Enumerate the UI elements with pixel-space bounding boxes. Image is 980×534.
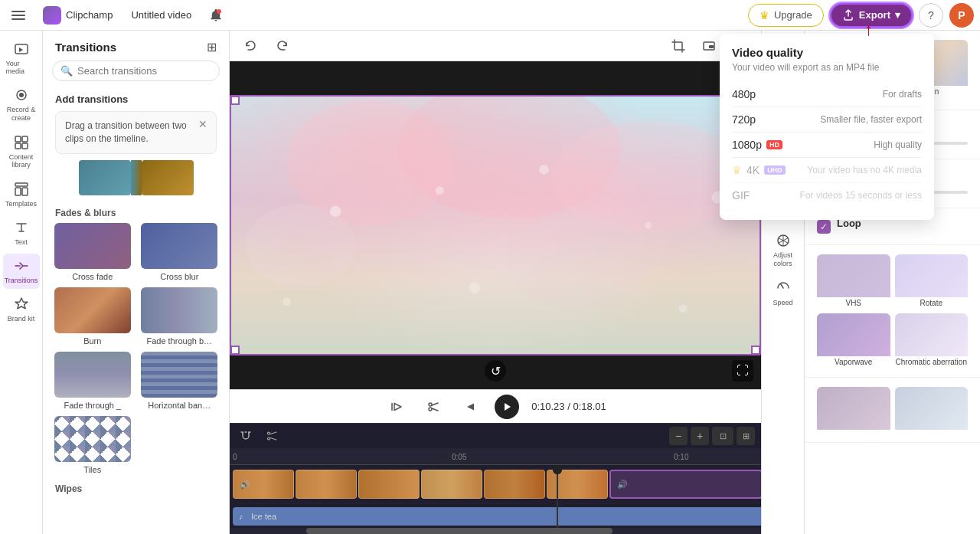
add-transitions-label: Add transitions [55, 93, 217, 105]
sidebar-item-record[interactable]: Record &create [3, 83, 40, 127]
ruler-mark-0: 0 [233, 453, 237, 461]
add-transitions-section: Add transitions Drag a transition betwee… [43, 90, 229, 205]
menu-button[interactable] [6, 3, 31, 28]
timeline-magnet-button[interactable] [236, 426, 256, 446]
transition-fade-through[interactable]: Fade through _ [52, 352, 133, 410]
upgrade-button[interactable]: ♛ Upgrade [748, 4, 824, 27]
timeline-scrollbar[interactable] [230, 528, 761, 534]
fades-blurs-grid: Cross fade Cross blur Burn Fade through … [43, 223, 229, 480]
burn-label: Burn [83, 336, 101, 346]
sidebar-item-content-library[interactable]: Contentlibrary [3, 130, 40, 175]
corner-handle-bl[interactable] [230, 346, 240, 355]
export-dropdown-title: Video quality [732, 46, 922, 59]
reload-button[interactable]: ↺ [485, 360, 506, 382]
transitions-scroll[interactable]: Add transitions Drag a transition betwee… [43, 90, 229, 534]
sidebar-item-templates[interactable]: Templates [3, 177, 40, 212]
transitions-expand-button[interactable]: ⊞ [207, 40, 217, 54]
corner-handle-br[interactable] [751, 346, 760, 355]
right-panel-adjust-colors[interactable]: Adjustcolors [765, 228, 802, 273]
corner-handle-tl[interactable] [230, 96, 240, 105]
transition-tiles[interactable]: Tiles [52, 416, 133, 474]
timeline-scissors-button[interactable] [262, 426, 282, 446]
transition-hard-wipe-up[interactable]: Hard wipe up [139, 499, 220, 534]
snippet-button[interactable] [384, 395, 409, 419]
app-logo[interactable]: Clipchamp [37, 3, 119, 28]
quality-480p-name: 480p [732, 88, 756, 100]
music-icon: ♪ [239, 512, 243, 521]
quality-4k[interactable]: ♛ 4K UHD Your video has no 4K media [732, 158, 922, 183]
transition-cross-fade[interactable]: Cross fade [52, 223, 133, 281]
crop-button[interactable] [666, 34, 691, 58]
effect-card-chromatic[interactable]: Chromatic aberration [895, 313, 969, 368]
scrollbar-thumb[interactable] [306, 528, 612, 534]
wipes-grid: Hard wipe down Hard wipe up Hard wipe le… [43, 499, 229, 534]
video-clip-selected[interactable]: 🔊 [609, 470, 761, 499]
hd-badge: HD [766, 140, 782, 149]
sidebar-item-label: Text [15, 238, 28, 246]
effect-card-vaporwave[interactable]: Vaporwave [817, 313, 890, 368]
quality-gif[interactable]: GIF For videos 15 seconds or less [732, 183, 922, 208]
timeline-tracks: 🔊 🔊 ♪ [230, 465, 761, 528]
svg-point-6 [19, 93, 24, 97]
fade-t-label: Fade through _ [64, 401, 121, 410]
video-clip-2[interactable] [296, 470, 357, 499]
zoom-out-button[interactable]: − [669, 427, 688, 445]
hard-wipe-up-thumb [141, 499, 217, 534]
fullscreen-button[interactable]: ⛶ [732, 360, 753, 382]
skip-back-button[interactable] [458, 395, 482, 419]
video-clip-4[interactable] [421, 470, 482, 499]
svg-point-28 [645, 221, 652, 228]
rotate-thumb [895, 254, 969, 297]
preview-toolbar [230, 31, 761, 61]
grid-view-button[interactable]: ⊞ [737, 427, 755, 445]
pip-button[interactable] [697, 34, 721, 58]
video-clip-5[interactable] [484, 470, 545, 499]
notification-button[interactable] [204, 3, 228, 28]
quality-720p[interactable]: 720p Smaller file, faster export [732, 107, 922, 133]
scissors-button[interactable] [421, 395, 446, 419]
quality-1080p[interactable]: 1080p HD High quality [732, 133, 922, 158]
zoom-in-button[interactable]: + [691, 427, 709, 445]
sidebar-item-text[interactable]: Text [3, 215, 40, 251]
undo-button[interactable] [239, 34, 263, 58]
transition-fade-through-b[interactable]: Fade through b… [139, 287, 220, 346]
effect-card-vhs[interactable]: VHS [817, 254, 890, 309]
document-title[interactable]: Untitled video [125, 6, 198, 24]
transitions-title: Transitions [55, 41, 116, 54]
preview-clips [55, 160, 217, 195]
help-label: ? [928, 9, 934, 21]
loop-checkbox[interactable]: ✓ [817, 220, 831, 234]
help-button[interactable]: ? [919, 3, 943, 28]
transition-horiz-ban[interactable]: Horizontal ban… [139, 352, 220, 410]
cross-fade-label: Cross fade [72, 272, 113, 281]
playhead-handle[interactable] [553, 465, 562, 474]
quality-480p[interactable]: 480p For drafts [732, 82, 922, 107]
transition-hard-wipe-down[interactable]: Hard wipe down [52, 499, 133, 534]
export-dropdown: ↑ Video quality Your video will export a… [720, 34, 934, 220]
fit-to-window-button[interactable]: ⊡ [712, 427, 733, 445]
sidebar-item-your-media[interactable]: Your media [3, 37, 40, 80]
redo-button[interactable] [270, 34, 294, 58]
play-button[interactable] [495, 395, 519, 419]
svg-point-25 [330, 206, 341, 218]
transition-cross-blur[interactable]: Cross blur [139, 223, 220, 281]
drag-hint-close-button[interactable]: ✕ [196, 118, 210, 132]
sidebar-item-transitions[interactable]: Transitions [3, 254, 40, 289]
effect-card-rotate[interactable]: Rotate [895, 254, 969, 309]
right-panel-speed[interactable]: Speed [765, 276, 802, 311]
playback-controls: 0:10.23 / 0:18.01 [230, 389, 761, 423]
transition-burn[interactable]: Burn [52, 287, 133, 346]
search-input[interactable] [77, 65, 211, 77]
preview-video: ↺ ⛶ [230, 61, 761, 389]
svg-rect-2 [11, 18, 25, 20]
user-avatar[interactable]: P [949, 3, 974, 28]
audio-clip[interactable]: ♪ Ice tea [233, 507, 761, 526]
wipes-label: Wipes [43, 480, 229, 499]
preview-clip-2 [142, 160, 194, 195]
effect-card-extra1[interactable] [817, 387, 890, 433]
video-clip-3[interactable] [358, 470, 420, 499]
timeline-playhead[interactable] [557, 465, 558, 528]
video-clip-1[interactable]: 🔊 [233, 470, 294, 499]
sidebar-item-brand-kit[interactable]: Brand kit [3, 292, 40, 327]
effect-card-extra2[interactable] [895, 387, 969, 433]
